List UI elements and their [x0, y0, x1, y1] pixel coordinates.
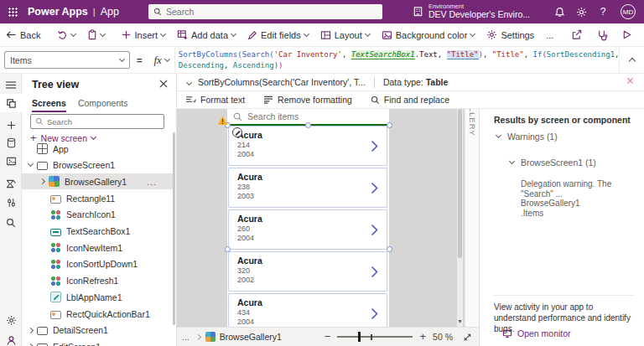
- gallery-search-input[interactable]: [247, 111, 365, 121]
- layout-button[interactable]: Layout: [314, 23, 376, 46]
- gallery-item[interactable]: Acura2142004: [228, 126, 387, 166]
- chevron-right-icon[interactable]: [371, 224, 378, 236]
- rail-menu-button[interactable]: [0, 75, 22, 94]
- selection-handle[interactable]: [305, 122, 311, 128]
- chevron-right-icon[interactable]: [371, 266, 378, 278]
- chevron-right-icon[interactable]: [28, 328, 34, 333]
- tree-item-more-button[interactable]: ...: [147, 177, 157, 187]
- rail-tools-button[interactable]: [0, 194, 22, 212]
- chevron-right-icon[interactable]: [39, 178, 45, 184]
- settings-toolbar-button[interactable]: Settings: [480, 23, 540, 46]
- warnings-group-row[interactable]: Warnings (1): [496, 132, 558, 142]
- expand-icon[interactable]: [463, 333, 472, 342]
- edit-fields-button[interactable]: Edit fields: [242, 23, 314, 46]
- tree-item-detailscreen1[interactable]: DetailScreen1: [22, 323, 175, 338]
- tree-item-browsegallery1[interactable]: BrowseGallery1...: [22, 173, 175, 189]
- save-button[interactable]: [639, 23, 644, 46]
- pencil-badge-icon[interactable]: [232, 127, 242, 137]
- breadcrumb-overflow-button[interactable]: ...: [182, 332, 190, 342]
- fx-button[interactable]: fx: [148, 47, 174, 73]
- rail-tree-view-button[interactable]: [0, 94, 22, 112]
- gallery-side-tab[interactable]: GALLERY: [465, 109, 479, 327]
- gallery-item[interactable]: Acura2382003: [228, 168, 387, 208]
- chevron-down-icon[interactable]: [100, 30, 106, 36]
- gallery-item[interactable]: Acura4342004: [228, 293, 387, 327]
- tree-item-searchicon1[interactable]: SearchIcon1: [22, 207, 175, 223]
- rail-search-button[interactable]: [0, 214, 22, 232]
- gallery-item[interactable]: Acura2602004: [228, 209, 387, 250]
- settings-button[interactable]: [570, 7, 592, 18]
- rail-media-button[interactable]: [0, 152, 22, 170]
- tree-search-input[interactable]: [47, 117, 148, 127]
- selection-handle[interactable]: [387, 122, 392, 128]
- open-monitor-button[interactable]: Open monitor: [502, 328, 571, 338]
- chevron-down-icon[interactable]: [28, 161, 34, 167]
- tree-item-rectquickactionbar1[interactable]: RectQuickActionBar1: [22, 306, 175, 322]
- selection-handle[interactable]: [225, 246, 231, 252]
- zoom-slider[interactable]: [337, 336, 413, 338]
- tree-item-app[interactable]: App: [22, 141, 175, 157]
- rail-power-automate-button[interactable]: [0, 174, 22, 193]
- chevron-right-icon[interactable]: [371, 307, 378, 320]
- tree-view-close-button[interactable]: [159, 80, 168, 88]
- formula-collapse-button[interactable]: [619, 47, 644, 73]
- canvas-scrollbar-thumb[interactable]: [458, 109, 462, 258]
- waffle-icon[interactable]: [8, 8, 18, 17]
- bell-icon: [554, 7, 565, 18]
- selected-control-name[interactable]: BrowseGallery1: [220, 332, 282, 342]
- zoom-slider-thumb[interactable]: [358, 332, 361, 342]
- zoom-in-button[interactable]: +: [419, 333, 426, 341]
- gallery-item[interactable]: Acura3202002: [228, 251, 387, 292]
- tree-scrollbar[interactable]: [173, 132, 175, 325]
- avatar[interactable]: MD: [621, 4, 636, 19]
- preview-button[interactable]: [615, 23, 639, 46]
- rail-insert-button[interactable]: [0, 116, 22, 134]
- search-input[interactable]: [166, 7, 351, 17]
- tab-screens[interactable]: Screens: [32, 98, 66, 112]
- tree-item-iconsortupdown1[interactable]: IconSortUpDown1: [22, 256, 175, 272]
- paste-button[interactable]: [81, 23, 111, 46]
- environment-picker[interactable]: Environment DEV Developer's Enviro...: [413, 3, 530, 20]
- rail-data-button[interactable]: [0, 133, 22, 152]
- undo-button[interactable]: [51, 23, 81, 46]
- screen-icon: [37, 162, 48, 170]
- tree-item-browsescreen1[interactable]: BrowseScreen1: [22, 158, 175, 173]
- zoom-out-button[interactable]: −: [325, 333, 331, 341]
- image-icon: [382, 30, 392, 40]
- tree-item-label: App: [53, 144, 69, 154]
- app-checker-button[interactable]: [589, 23, 615, 46]
- formula-token: )): [274, 61, 283, 70]
- global-search[interactable]: [148, 4, 382, 19]
- tree-item-textsearchbox1[interactable]: TextSearchBox1: [22, 224, 175, 240]
- property-selector[interactable]: Items: [4, 51, 130, 69]
- tree-item-iconnewitem1[interactable]: IconNewItem1: [22, 240, 175, 256]
- tree-item-editscreen1[interactable]: EditScreen1: [22, 338, 175, 346]
- canvas-scrollbar[interactable]: [457, 109, 463, 327]
- insert-button[interactable]: Insert: [116, 23, 171, 46]
- tree-item-rectangle11[interactable]: Rectangle11: [22, 190, 175, 206]
- chevron-right-icon[interactable]: [371, 182, 378, 194]
- rail-settings-button[interactable]: [0, 311, 22, 329]
- chevron-right-icon[interactable]: [371, 140, 378, 152]
- notifications-button[interactable]: [548, 7, 570, 18]
- rail-virtual-agent-button[interactable]: [0, 331, 22, 346]
- toolbar-overflow-button[interactable]: ...: [540, 23, 559, 46]
- chevron-down-icon[interactable]: [70, 30, 76, 36]
- tree-item-lblappname1[interactable]: LblAppName1: [22, 289, 175, 305]
- back-button[interactable]: Back: [0, 23, 46, 46]
- warning-icon[interactable]: [217, 116, 228, 126]
- formula-token: Ascending: [233, 61, 274, 70]
- selection-handle[interactable]: [387, 246, 392, 252]
- background-color-button[interactable]: Background color: [376, 23, 481, 46]
- tab-components[interactable]: Components: [78, 98, 128, 112]
- add-data-button[interactable]: Add data: [171, 23, 242, 46]
- tree-search[interactable]: [30, 114, 164, 129]
- scrollbar-down-arrow[interactable]: ▼: [457, 318, 463, 324]
- tree-item-iconrefresh1[interactable]: IconRefresh1: [22, 273, 175, 289]
- gallery-item-body: 2004: [237, 150, 378, 158]
- formula-editor[interactable]: SortByColumns(Search('Car Inventory', Te…: [175, 47, 619, 73]
- warning-detail[interactable]: Delegation warning. The "Search" ...Brow…: [521, 179, 644, 218]
- help-button[interactable]: ?: [592, 6, 614, 18]
- screen-group-row[interactable]: BrowseScreen1 (1): [510, 158, 596, 168]
- share-button[interactable]: [564, 23, 589, 46]
